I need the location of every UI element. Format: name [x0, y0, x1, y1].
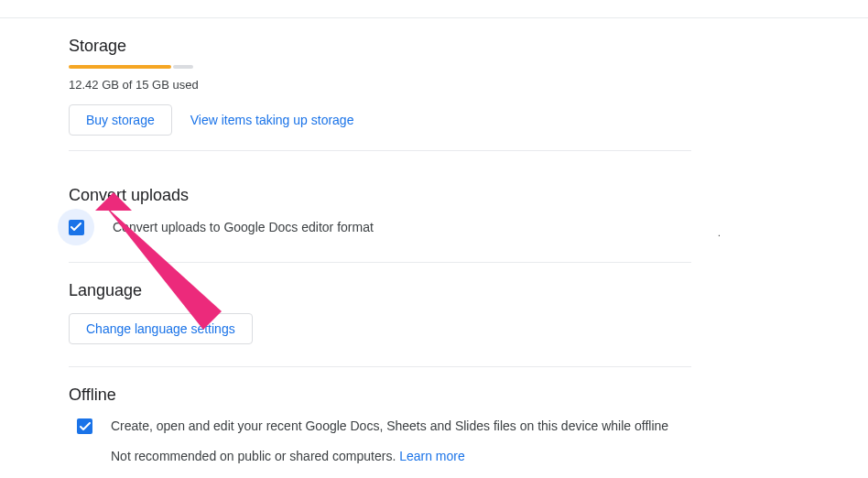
- checkmark-icon: [71, 223, 81, 232]
- convert-uploads-section: Convert uploads Convert uploads to Googl…: [69, 168, 691, 262]
- storage-usage-text: 12.42 GB of 15 GB used: [69, 78, 691, 92]
- storage-title: Storage: [69, 37, 691, 56]
- offline-note-text: Not recommended on public or shared comp…: [111, 449, 399, 463]
- section-divider: [69, 150, 691, 151]
- offline-note: Not recommended on public or shared comp…: [111, 449, 668, 463]
- offline-title: Offline: [69, 386, 691, 405]
- top-divider: [0, 16, 868, 18]
- buy-storage-button[interactable]: Buy storage: [69, 104, 172, 136]
- storage-actions: Buy storage View items taking up storage: [69, 104, 691, 136]
- storage-progress-used: [69, 65, 171, 69]
- offline-row: Create, open and edit your recent Google…: [69, 418, 691, 463]
- storage-section: Storage 12.42 GB of 15 GB used Buy stora…: [69, 37, 691, 168]
- convert-uploads-label: Convert uploads to Google Docs editor fo…: [113, 219, 374, 237]
- change-language-button[interactable]: Change language settings: [69, 313, 253, 344]
- language-title: Language: [69, 281, 691, 300]
- settings-content: Storage 12.42 GB of 15 GB used Buy stora…: [69, 37, 691, 478]
- checkbox-highlight: [58, 209, 94, 245]
- offline-checkbox[interactable]: [77, 418, 92, 434]
- stray-dot: .: [718, 228, 721, 238]
- language-section: Language Change language settings: [69, 263, 691, 366]
- offline-text-block: Create, open and edit your recent Google…: [111, 418, 668, 463]
- storage-progress: [69, 65, 691, 69]
- convert-uploads-checkbox[interactable]: [69, 220, 84, 235]
- offline-section: Offline Create, open and edit your recen…: [69, 367, 691, 478]
- convert-uploads-title: Convert uploads: [69, 186, 691, 205]
- offline-learn-more-link[interactable]: Learn more: [399, 449, 465, 463]
- convert-uploads-row: Convert uploads to Google Docs editor fo…: [69, 218, 691, 245]
- storage-progress-free: [173, 65, 193, 69]
- offline-checkbox-label: Create, open and edit your recent Google…: [111, 418, 668, 436]
- view-items-link[interactable]: View items taking up storage: [190, 113, 354, 127]
- checkmark-icon: [80, 422, 91, 431]
